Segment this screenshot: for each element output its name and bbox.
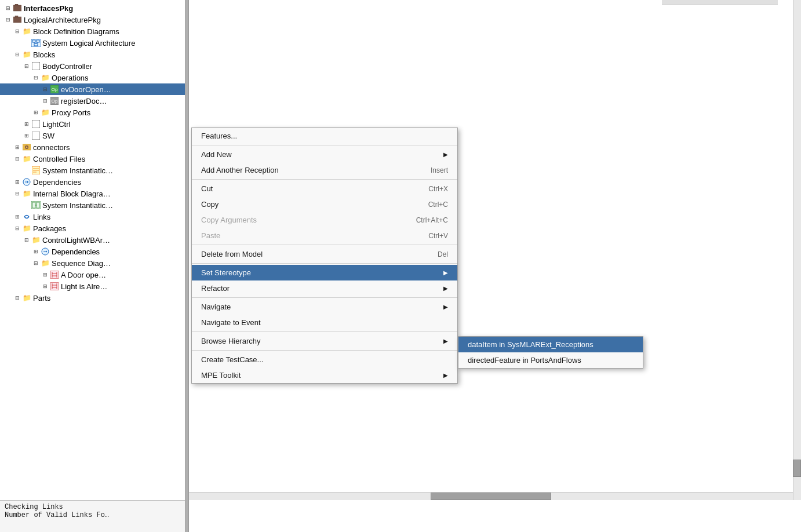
tree-item-label: Packages xyxy=(33,224,66,233)
tree-item-light-ctrl[interactable]: ⊞ LightCtrl xyxy=(0,118,185,130)
tree-item-logical-arch[interactable]: ⊟ LogicalArchitecturePkg xyxy=(0,14,185,25)
expand-icon: ⊞ xyxy=(14,178,21,185)
tree-item-connectors[interactable]: ⊞ connectors xyxy=(0,141,185,153)
submenu-arrow: ▶ xyxy=(443,151,448,158)
tree-item-label: System Instantiatic… xyxy=(42,166,113,175)
submenu-item-label: dataItem in SysMLARExt_Receptions xyxy=(468,340,594,349)
tree-item-label: Internal Block Diagra… xyxy=(33,190,111,198)
tree-item-label: Parts xyxy=(33,294,50,303)
tree-item-label: LogicalArchitecturePkg xyxy=(24,16,101,24)
expand-icon: ⊟ xyxy=(42,86,49,93)
tree-item-dependencies2[interactable]: ⊞ Dependencies xyxy=(0,246,185,257)
tree-item-dependencies[interactable]: ⊞ Dependencies xyxy=(0,176,185,188)
tree-item-links[interactable]: ⊞ Links xyxy=(0,211,185,223)
tree-item-label: evDoorOpen… xyxy=(61,85,111,94)
tree-item-label: ControlLightWBAr… xyxy=(42,236,110,245)
file-diagram-icon xyxy=(31,166,41,175)
menu-item-delete[interactable]: Delete from Model Del xyxy=(192,246,457,262)
menu-item-add-new[interactable]: Add New ▶ xyxy=(192,147,457,162)
tree-item-register-doc[interactable]: ⊟ Op registerDoc… xyxy=(0,95,185,107)
tree-item-interfaces-pkg[interactable]: ⊟ InterfacesPkg xyxy=(0,2,185,14)
submenu-item-directed-feature[interactable]: directedFeature in PortsAndFlows xyxy=(458,352,643,368)
tree-panel: ⊟ InterfacesPkg ⊟ LogicalArchitecturePkg… xyxy=(0,0,185,532)
tree-item-sys-instantiatic2[interactable]: ▷ System Instantiatic… xyxy=(0,199,185,211)
set-stereotype-submenu: dataItem in SysMLARExt_Receptions direct… xyxy=(458,336,643,369)
expand-icon: ⊟ xyxy=(14,51,21,58)
expand-icon: ⊟ xyxy=(42,97,49,104)
expand-icon: ⊟ xyxy=(23,236,30,243)
expand-icon: ⊟ xyxy=(14,294,21,301)
seq-diagram-icon xyxy=(50,282,59,291)
seq-diagram-icon xyxy=(50,270,59,279)
menu-item-navigate-to-event[interactable]: Navigate to Event xyxy=(192,315,457,330)
submenu-arrow: ▶ xyxy=(443,269,448,276)
tree-item-ev-door-open[interactable]: ⊟ Op evDoorOpen… xyxy=(0,83,185,95)
folder-icon: 📁 xyxy=(22,224,31,233)
menu-item-features[interactable]: Features... xyxy=(192,128,457,144)
tree-item-label: System Instantiatic… xyxy=(42,201,113,210)
tree-item-internal-block[interactable]: ⊟ 📁 Internal Block Diagra… xyxy=(0,188,185,199)
tree-item-label: Controlled Files xyxy=(33,155,85,163)
tree-item-label: Light is Alre… xyxy=(61,282,107,291)
block-icon xyxy=(31,119,41,129)
header-tab xyxy=(662,0,778,5)
expand-icon: ⊞ xyxy=(32,109,39,116)
expand-icon: ⊟ xyxy=(32,260,39,267)
folder-gear-icon xyxy=(22,143,31,152)
tree-item-sw[interactable]: ⊞ SW xyxy=(0,130,185,141)
svg-point-19 xyxy=(26,147,28,148)
tree-item-sys-instantiatic1[interactable]: ▷ System Instantiatic… xyxy=(0,165,185,176)
tree-item-packages[interactable]: ⊟ 📁 Packages xyxy=(0,223,185,234)
h-scrollbar-thumb[interactable] xyxy=(431,493,551,500)
menu-item-set-stereotype[interactable]: Set Stereotype ▶ xyxy=(192,265,457,280)
tree-item-parts[interactable]: ⊟ 📁 Parts xyxy=(0,292,185,304)
svg-rect-3 xyxy=(15,16,18,17)
tree-item-operations[interactable]: ⊟ 📁 Operations xyxy=(0,72,185,83)
context-menu: Features... Add New ▶ Add Another Recept… xyxy=(191,127,458,384)
expand-icon: ⊞ xyxy=(32,248,39,255)
h-scrollbar[interactable] xyxy=(189,492,793,500)
context-menu-container: Features... Add New ▶ Add Another Recept… xyxy=(191,127,458,384)
expand-icon: ⊞ xyxy=(14,213,21,220)
tree-item-blocks[interactable]: ⊟ 📁 Blocks xyxy=(0,49,185,60)
menu-separator xyxy=(192,245,457,245)
tree-item-light-is-alre[interactable]: ⊞ Light is Alre… xyxy=(0,280,185,292)
menu-item-refactor[interactable]: Refactor ▶ xyxy=(192,280,457,296)
tree-item-label: Sequence Diag… xyxy=(52,259,111,268)
menu-item-browse-hierarchy[interactable]: Browse Hierarchy ▶ xyxy=(192,333,457,349)
tree-item-sequence-diag[interactable]: ⊟ 📁 Sequence Diag… xyxy=(0,257,185,269)
tree-item-block-def-diagrams[interactable]: ⊟ 📁 Block Definition Diagrams xyxy=(0,25,185,37)
status-line2: Number of Valid Links Fo… xyxy=(5,511,180,519)
menu-separator xyxy=(192,297,457,298)
tree-item-label: A Door ope… xyxy=(61,271,106,279)
tree-item-proxy-ports[interactable]: ⊞ 📁 Proxy Ports xyxy=(0,107,185,118)
tree-item-label: Block Definition Diagrams xyxy=(33,27,119,36)
menu-item-copy[interactable]: Copy Ctrl+C xyxy=(192,196,457,212)
pkg-icon xyxy=(13,15,22,24)
tree-item-label: Operations xyxy=(52,74,89,82)
tree-item-a-door-ope[interactable]: ⊞ A Door ope… xyxy=(0,269,185,280)
tree-item-controlled-files[interactable]: ⊟ 📁 Controlled Files xyxy=(0,153,185,165)
menu-item-cut[interactable]: Cut Ctrl+X xyxy=(192,181,457,196)
folder-icon: 📁 xyxy=(22,50,31,59)
submenu-arrow: ▶ xyxy=(443,304,448,310)
operation-icon: Op xyxy=(50,85,59,94)
svg-rect-34 xyxy=(50,271,59,279)
expand-icon: ⊟ xyxy=(32,74,39,81)
tree-item-body-controller[interactable]: ⊟ BodyController xyxy=(0,60,185,72)
tree-item-control-light[interactable]: ⊟ 📁 ControlLightWBAr… xyxy=(0,234,185,246)
status-bar: Checking Links Number of Valid Links Fo… xyxy=(0,500,185,532)
svg-rect-15 xyxy=(32,120,40,128)
tree-item-sys-logical-arch[interactable]: ▷ System Logical Architecture xyxy=(0,37,185,49)
menu-item-mpe-toolkit[interactable]: MPE Toolkit ▶ xyxy=(192,367,457,383)
menu-item-navigate[interactable]: Navigate ▶ xyxy=(192,299,457,315)
v-scrollbar-thumb[interactable] xyxy=(793,460,801,477)
menu-item-create-testcase[interactable]: Create TestCase... xyxy=(192,352,457,367)
v-scrollbar[interactable] xyxy=(793,0,801,500)
submenu-item-data-item[interactable]: dataItem in SysMLARExt_Receptions xyxy=(458,337,643,352)
expand-icon: ⊞ xyxy=(42,271,49,278)
menu-separator xyxy=(192,350,457,351)
operation-gray-icon: Op xyxy=(50,96,59,105)
expand-icon: ⊞ xyxy=(14,144,21,151)
menu-item-add-reception[interactable]: Add Another Reception Insert xyxy=(192,162,457,178)
